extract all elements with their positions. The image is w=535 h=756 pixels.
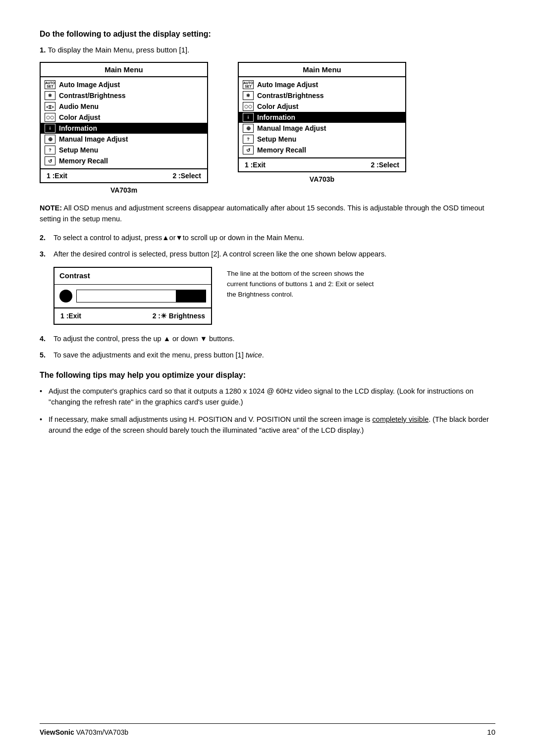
contrast-icon-right: ✼ xyxy=(243,91,254,100)
menu-item-auto-adjust-right: AUTOSET Auto Image Adjust xyxy=(239,79,405,90)
menu-item-color-left: ◌◌ Color Adjust xyxy=(41,112,207,123)
contrast-label-left: Contrast/Brightness xyxy=(59,92,126,100)
menu-left-exit: 1 :Exit xyxy=(47,172,67,180)
step1-text: To display the Main Menu, press button [… xyxy=(48,46,189,54)
contrast-icon-left: ✼ xyxy=(45,91,55,100)
menu-item-manual-right: ⊕ Manual Image Adjust xyxy=(239,123,405,134)
color-icon-right: ◌◌ xyxy=(243,102,254,111)
audio-icon-left: ◁▷ xyxy=(45,102,55,111)
contrast-circle-icon xyxy=(59,290,72,302)
auto-set-icon-left: AUTOSET xyxy=(45,80,55,89)
setup-label-left: Setup Menu xyxy=(59,146,98,154)
menu-right-container: Main Menu AUTOSET Auto Image Adjust ✼ Co… xyxy=(238,62,406,183)
note-label: NOTE: xyxy=(40,204,62,212)
footer-brand: ViewSonic xyxy=(40,728,74,736)
auto-set-icon-right: AUTOSET xyxy=(243,80,254,89)
manual-icon-left: ⊕ xyxy=(45,135,55,144)
note-text: All OSD menus and adjustment screens dis… xyxy=(40,204,484,223)
manual-label-right: Manual Image Adjust xyxy=(257,124,326,132)
step4-number: 4. xyxy=(40,334,46,345)
step5: 5. To save the adjustments and exit the … xyxy=(40,350,495,361)
info-label-right: Information xyxy=(257,113,295,121)
menu-right-items: AUTOSET Auto Image Adjust ✼ Contrast/Bri… xyxy=(239,77,405,157)
menus-row: Main Menu AUTOSET Auto Image Adjust ✼ Co… xyxy=(40,62,495,194)
tips-heading: The following tips may help you optimize… xyxy=(40,371,495,380)
audio-label-left: Audio Menu xyxy=(59,102,99,110)
contrast-box: Contrast 1 :Exit 2 :☀ Brightness xyxy=(54,267,212,325)
menu-left-container: Main Menu AUTOSET Auto Image Adjust ✼ Co… xyxy=(40,62,208,194)
footer-model-text: VA703m/VA703b xyxy=(76,728,128,736)
setup-label-right: Setup Menu xyxy=(257,135,296,143)
contrast-bar-track xyxy=(76,290,206,302)
tip2-underline: completely visible xyxy=(373,415,429,423)
step4: 4. To adjust the control, press the up ▲… xyxy=(40,334,495,345)
menu-right-footer: 1 :Exit 2 :Select xyxy=(239,157,405,171)
menu-item-info-left: i Information xyxy=(41,123,207,134)
step1-intro: 1. To display the Main Menu, press butto… xyxy=(40,46,495,54)
step5-number: 5. xyxy=(40,350,46,361)
step5-text: To save the adjustments and exit the men… xyxy=(54,351,264,359)
contrast-brightness: 2 :☀ Brightness xyxy=(153,311,205,321)
auto-adjust-label-left: Auto Image Adjust xyxy=(59,81,120,89)
color-icon-left: ◌◌ xyxy=(45,113,55,122)
menu-item-setup-left: ? Setup Menu xyxy=(41,145,207,155)
contrast-exit: 1 :Exit xyxy=(60,311,81,321)
tip1: Adjust the computer's graphics card so t… xyxy=(40,386,495,408)
contrast-label-right: Contrast/Brightness xyxy=(257,92,324,100)
menu-left-items: AUTOSET Auto Image Adjust ✼ Contrast/Bri… xyxy=(41,77,207,168)
steps-list: 2. To select a control to adjust, press▲… xyxy=(40,233,495,361)
menu-item-info-right: i Information xyxy=(239,112,405,123)
tip2: If necessary, make small adjustments usi… xyxy=(40,414,495,436)
menu-item-manual-left: ⊕ Manual Image Adjust xyxy=(41,134,207,145)
setup-icon-left: ? xyxy=(45,146,55,154)
info-label-left: Information xyxy=(59,124,97,132)
step3-number: 3. xyxy=(40,249,46,260)
menu-left-box: Main Menu AUTOSET Auto Image Adjust ✼ Co… xyxy=(40,62,208,183)
footer-brand-model: ViewSonic VA703m/VA703b xyxy=(40,728,128,736)
section-heading: Do the following to adjust the display s… xyxy=(40,30,495,39)
menu-item-audio-left: ◁▷ Audio Menu xyxy=(41,101,207,112)
menu-right-select: 2 :Select xyxy=(371,161,399,169)
step3: 3. After the desired control is selected… xyxy=(40,249,495,324)
tip2-before: If necessary, make small adjustments usi… xyxy=(49,415,373,423)
menu-item-color-right: ◌◌ Color Adjust xyxy=(239,101,405,112)
menu-item-recall-left: ↺ Memory Recall xyxy=(41,155,207,166)
menu-item-contrast-left: ✼ Contrast/Brightness xyxy=(41,90,207,101)
manual-label-left: Manual Image Adjust xyxy=(59,135,128,143)
menu-item-auto-adjust-left: AUTOSET Auto Image Adjust xyxy=(41,79,207,90)
recall-icon-left: ↺ xyxy=(45,156,55,165)
setup-icon-right: ? xyxy=(243,135,254,144)
recall-label-right: Memory Recall xyxy=(257,146,306,154)
contrast-note: The line at the bottom of the screen sho… xyxy=(227,267,380,300)
contrast-bar-row xyxy=(54,285,211,307)
menu-right-box: Main Menu AUTOSET Auto Image Adjust ✼ Co… xyxy=(238,62,406,172)
manual-icon-right: ⊕ xyxy=(243,124,254,133)
info-icon-left: i xyxy=(45,124,55,133)
step2-text: To select a control to adjust, press▲or▼… xyxy=(54,234,304,242)
contrast-bar-fill xyxy=(176,290,206,302)
contrast-box-footer: 1 :Exit 2 :☀ Brightness xyxy=(54,307,211,324)
menu-item-recall-right: ↺ Memory Recall xyxy=(239,145,405,155)
note-block: NOTE: All OSD menus and adjustment scree… xyxy=(40,203,495,225)
menu-left-footer: 1 :Exit 2 :Select xyxy=(41,168,207,182)
color-label-right: Color Adjust xyxy=(257,102,298,110)
menu-right-exit: 1 :Exit xyxy=(245,161,266,169)
step1-number: 1. xyxy=(40,46,46,54)
step2-number: 2. xyxy=(40,233,46,244)
menu-left-select: 2 :Select xyxy=(172,172,201,180)
tips-list: Adjust the computer's graphics card so t… xyxy=(40,386,495,436)
step3-text: After the desired control is selected, p… xyxy=(54,250,386,258)
step2: 2. To select a control to adjust, press▲… xyxy=(40,233,495,244)
contrast-box-title: Contrast xyxy=(54,268,211,285)
model-label-left: VA703m xyxy=(40,186,208,194)
menu-item-contrast-right: ✼ Contrast/Brightness xyxy=(239,90,405,101)
page-number: 10 xyxy=(487,728,495,736)
step5-italic: twice xyxy=(246,351,262,359)
contrast-section: Contrast 1 :Exit 2 :☀ Brightness The lin… xyxy=(54,267,495,325)
menu-item-setup-right: ? Setup Menu xyxy=(239,134,405,145)
menu-right-title: Main Menu xyxy=(239,63,405,77)
model-label-right: VA703b xyxy=(238,175,406,183)
info-icon-right: i xyxy=(243,113,254,122)
menu-left-title: Main Menu xyxy=(41,63,207,77)
auto-adjust-label-right: Auto Image Adjust xyxy=(257,81,318,89)
